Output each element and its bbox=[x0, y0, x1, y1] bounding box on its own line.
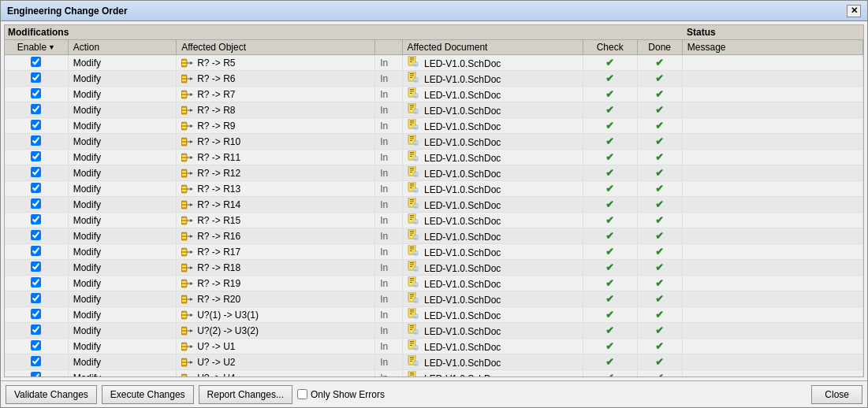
svg-marker-125 bbox=[190, 235, 193, 238]
row-enable-checkbox[interactable] bbox=[31, 57, 41, 67]
document-icon: S bbox=[408, 198, 419, 209]
svg-rect-221 bbox=[182, 376, 186, 377]
done-icon: ✔ bbox=[655, 214, 664, 226]
row-enable-checkbox[interactable] bbox=[31, 356, 41, 366]
svg-rect-7 bbox=[410, 60, 414, 61]
table-row: Modify U? -> U4 In S bbox=[5, 370, 863, 377]
col-header-done: Done bbox=[637, 40, 682, 55]
done-icon: ✔ bbox=[655, 230, 664, 242]
row-enable-checkbox[interactable] bbox=[31, 104, 41, 114]
affected-object-cell: R? -> R17 bbox=[177, 244, 375, 260]
close-window-button[interactable]: ✕ bbox=[847, 5, 861, 17]
object-label: R? -> R12 bbox=[197, 168, 240, 179]
check-cell: ✔ bbox=[583, 165, 637, 181]
done-cell: ✔ bbox=[637, 228, 682, 244]
row-enable-checkbox[interactable] bbox=[31, 277, 41, 287]
execute-changes-button[interactable]: Execute Changes bbox=[102, 385, 194, 404]
svg-rect-121 bbox=[181, 232, 187, 240]
row-enable-checkbox[interactable] bbox=[31, 246, 41, 256]
row-enable-checkbox[interactable] bbox=[31, 151, 41, 161]
action-cell: Modify bbox=[68, 87, 176, 102]
row-enable-checkbox[interactable] bbox=[31, 340, 41, 351]
object-label: R? -> R10 bbox=[197, 136, 240, 147]
check-cell: ✔ bbox=[583, 260, 637, 276]
message-cell bbox=[682, 71, 862, 87]
svg-text:S: S bbox=[415, 268, 417, 272]
affected-object-cell: U? -> U4 bbox=[177, 370, 375, 377]
done-cell: ✔ bbox=[637, 102, 682, 118]
done-icon: ✔ bbox=[655, 198, 664, 210]
svg-text:S: S bbox=[415, 110, 417, 114]
row-enable-checkbox[interactable] bbox=[31, 198, 41, 209]
message-cell bbox=[682, 244, 862, 260]
row-enable-checkbox[interactable] bbox=[31, 214, 41, 224]
row-enable-checkbox[interactable] bbox=[31, 135, 41, 146]
component-icon bbox=[181, 121, 194, 131]
done-cell: ✔ bbox=[637, 339, 682, 354]
svg-rect-8 bbox=[410, 61, 412, 62]
only-show-errors-checkbox[interactable] bbox=[297, 389, 307, 399]
only-show-errors-label: Only Show Errors bbox=[297, 389, 385, 400]
in-cell: In bbox=[375, 260, 402, 276]
svg-rect-62 bbox=[410, 139, 414, 139]
affected-document-cell: S LED-V1.0.SchDoc bbox=[402, 339, 583, 354]
check-icon: ✔ bbox=[605, 72, 614, 84]
affected-document-cell: S LED-V1.0.SchDoc bbox=[402, 213, 583, 228]
check-icon: ✔ bbox=[605, 340, 614, 352]
enable-cell bbox=[5, 260, 68, 276]
svg-rect-173 bbox=[410, 298, 412, 299]
check-cell: ✔ bbox=[583, 118, 637, 134]
row-enable-checkbox[interactable] bbox=[31, 183, 41, 193]
svg-rect-116 bbox=[410, 215, 414, 216]
row-enable-checkbox[interactable] bbox=[31, 167, 41, 177]
svg-rect-52 bbox=[410, 124, 412, 125]
row-enable-checkbox[interactable] bbox=[31, 72, 41, 83]
close-button[interactable]: Close bbox=[811, 385, 862, 404]
svg-rect-96 bbox=[410, 187, 412, 188]
done-cell: ✔ bbox=[637, 291, 682, 307]
svg-text:S: S bbox=[415, 252, 417, 256]
object-label: R? -> R20 bbox=[197, 294, 240, 305]
in-cell: In bbox=[375, 244, 402, 260]
report-changes-button[interactable]: Report Changes... bbox=[199, 385, 292, 404]
svg-rect-61 bbox=[410, 136, 414, 137]
row-enable-checkbox[interactable] bbox=[31, 88, 41, 98]
document-label: LED-V1.0.SchDoc bbox=[424, 90, 501, 101]
done-cell: ✔ bbox=[637, 165, 682, 181]
enable-cell bbox=[5, 181, 68, 197]
component-icon bbox=[181, 310, 194, 320]
row-enable-checkbox[interactable] bbox=[31, 325, 41, 335]
svg-rect-89 bbox=[182, 187, 186, 188]
affected-document-cell: S LED-V1.0.SchDoc bbox=[402, 55, 583, 71]
document-icon: S bbox=[408, 292, 419, 303]
action-cell: Modify bbox=[68, 181, 176, 197]
row-enable-checkbox[interactable] bbox=[31, 372, 41, 377]
svg-rect-138 bbox=[410, 247, 414, 247]
svg-rect-132 bbox=[181, 248, 187, 256]
svg-rect-200 bbox=[182, 347, 186, 349]
table-row: Modify R? -> R17 In S bbox=[5, 244, 863, 260]
affected-object-cell: R? -> R15 bbox=[177, 213, 375, 228]
done-cell: ✔ bbox=[637, 276, 682, 291]
svg-rect-88 bbox=[181, 185, 187, 193]
modifications-panel: Modifications Status Enable ▼ bbox=[4, 24, 864, 377]
svg-rect-44 bbox=[181, 122, 187, 130]
enable-dropdown-arrow[interactable]: ▼ bbox=[48, 43, 55, 51]
row-enable-checkbox[interactable] bbox=[31, 261, 41, 272]
svg-rect-176 bbox=[181, 311, 187, 319]
enable-cell bbox=[5, 150, 68, 165]
affected-document-cell: S LED-V1.0.SchDoc bbox=[402, 102, 583, 118]
row-enable-checkbox[interactable] bbox=[31, 293, 41, 303]
component-icon bbox=[181, 326, 194, 336]
check-icon: ✔ bbox=[605, 293, 614, 305]
affected-document-cell: S LED-V1.0.SchDoc bbox=[402, 71, 583, 87]
row-enable-checkbox[interactable] bbox=[31, 230, 41, 240]
row-enable-checkbox[interactable] bbox=[31, 120, 41, 130]
svg-text:S: S bbox=[415, 221, 417, 224]
object-label: R? -> R19 bbox=[197, 278, 240, 289]
row-enable-checkbox[interactable] bbox=[31, 309, 41, 319]
svg-rect-151 bbox=[410, 266, 412, 267]
svg-rect-0 bbox=[181, 59, 187, 67]
validate-changes-button[interactable]: Validate Changes bbox=[6, 385, 97, 404]
action-cell: Modify bbox=[68, 260, 176, 276]
